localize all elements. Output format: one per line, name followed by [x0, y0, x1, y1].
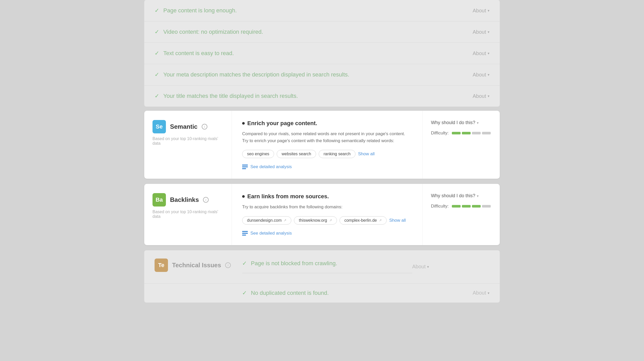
check-row-title-match: ✓ Your title matches the title displayed…	[144, 85, 500, 107]
semantic-difficulty-label: Difficulty:	[431, 131, 449, 136]
technical-left: Te Technical Issues i	[155, 259, 242, 275]
semantic-description: Compared to your rivals, some related wo…	[242, 130, 412, 144]
semantic-card-subtitle: Based on your top 10-ranking rivals' dat…	[152, 136, 223, 146]
semantic-card-title: Semantic	[170, 123, 198, 130]
backlinks-table-icon	[242, 231, 248, 236]
check-text-video-content: Video content: no optimization required.	[163, 29, 263, 35]
backlinks-diff-bar-3	[482, 205, 491, 208]
chevron-icon-0: ▾	[488, 8, 489, 13]
technical-icon-badge: Te	[155, 259, 168, 272]
chevron-icon-2: ▾	[488, 51, 489, 55]
chevron-icon-3: ▾	[488, 73, 489, 77]
semantic-difficulty-row: Difficulty:	[431, 131, 492, 136]
technical-check-text-1: No duplicated content is found.	[251, 290, 329, 296]
about-link-video-content[interactable]: About ▾	[473, 29, 489, 35]
semantic-main-heading: Enrich your page content.	[242, 120, 412, 127]
about-link-text-content[interactable]: About ▾	[473, 50, 489, 56]
backlinks-tag-0[interactable]: dunsendesign.com ↗	[242, 216, 291, 225]
semantic-card-center: Enrich your page content. Compared to yo…	[232, 111, 422, 179]
check-text-title-match: Your title matches the title displayed i…	[163, 93, 298, 99]
backlinks-card-center: Earn links from more sources. Try to acq…	[232, 184, 422, 245]
check-icon-page-content: ✓	[155, 7, 159, 14]
backlinks-bullet-dot	[242, 195, 245, 198]
semantic-table-icon	[242, 165, 248, 169]
semantic-info-icon[interactable]: i	[202, 124, 207, 130]
about-link-page-content[interactable]: About ▾	[473, 8, 489, 14]
technical-check-icon-1: ✓	[242, 290, 247, 296]
technical-header-row: Te Technical Issues i ✓ Page is not bloc…	[144, 250, 500, 283]
backlinks-icon-badge: Ba	[152, 193, 166, 207]
backlinks-detailed-analysis-link[interactable]: See detailed analysis	[242, 231, 412, 236]
technical-center: ✓ Page is not blocked from crawling.	[242, 260, 412, 273]
technical-row-0: ✓ Page is not blocked from crawling.	[242, 260, 412, 273]
about-link-meta-desc[interactable]: About ▾	[473, 72, 489, 78]
backlinks-difficulty-label: Difficulty:	[431, 204, 449, 209]
backlinks-difficulty-row: Difficulty:	[431, 204, 492, 209]
technical-section: Te Technical Issues i ✓ Page is not bloc…	[144, 250, 500, 303]
backlinks-show-all-link[interactable]: Show all	[389, 218, 406, 223]
check-text-meta-desc: Your meta description matches the descri…	[163, 71, 349, 78]
backlinks-ext-icon-0: ↗	[284, 218, 286, 222]
backlinks-why-link[interactable]: Why should I do this? ▾	[431, 193, 492, 199]
semantic-diff-bar-0	[452, 132, 461, 134]
semantic-tags-row: seo engines websites search ranking sear…	[242, 150, 412, 158]
backlinks-card-subtitle: Based on your top 10-ranking rivals' dat…	[152, 210, 223, 219]
backlinks-diff-bar-2	[472, 205, 481, 208]
semantic-why-link[interactable]: Why should I do this? ▾	[431, 120, 492, 125]
technical-right: About ▾	[412, 264, 489, 270]
check-row-meta-desc: ✓ Your meta description matches the desc…	[144, 64, 500, 85]
check-icon-text-content: ✓	[155, 50, 159, 57]
faded-rows-section: ✓ Page content is long enough. About ▾ ✓…	[144, 0, 500, 107]
backlinks-card-left: Ba Backlinks i Based on your top 10-rank…	[144, 184, 232, 245]
technical-card-title: Technical Issues	[172, 262, 221, 269]
semantic-tag-0: seo engines	[242, 150, 274, 158]
check-text-text-content: Text content is easy to read.	[163, 50, 234, 57]
check-icon-title-match: ✓	[155, 93, 159, 99]
check-icon-meta-desc: ✓	[155, 71, 159, 78]
semantic-detailed-analysis-link[interactable]: See detailed analysis	[242, 164, 412, 169]
backlinks-ext-icon-2: ↗	[379, 218, 382, 222]
technical-about-link-0[interactable]: About ▾	[412, 264, 489, 270]
semantic-diff-bar-2	[472, 132, 481, 134]
semantic-diff-bar-3	[482, 132, 491, 134]
technical-info-icon[interactable]: i	[225, 262, 231, 268]
technical-about-link-1[interactable]: About ▾	[473, 290, 489, 296]
semantic-card: Se Semantic i Based on your top 10-ranki…	[144, 111, 500, 179]
backlinks-tags-row: dunsendesign.com ↗ thisweknow.org ↗ comp…	[242, 216, 412, 225]
backlinks-diff-bar-1	[462, 205, 471, 208]
backlinks-tag-1[interactable]: thisweknow.org ↗	[294, 216, 337, 225]
backlinks-card: Ba Backlinks i Based on your top 10-rank…	[144, 184, 500, 245]
check-icon-video-content: ✓	[155, 29, 159, 35]
backlinks-why-chevron: ▾	[477, 194, 479, 198]
semantic-tag-1: websites search	[277, 150, 316, 158]
semantic-icon-badge: Se	[152, 120, 166, 133]
technical-chevron-0: ▾	[427, 265, 429, 269]
backlinks-description: Try to acquire backlinks from the follow…	[242, 203, 412, 210]
chevron-icon-1: ▾	[488, 30, 489, 34]
technical-check-text-0: Page is not blocked from crawling.	[251, 260, 337, 267]
semantic-show-all-link[interactable]: Show all	[358, 151, 375, 157]
backlinks-diff-bar-0	[452, 205, 461, 208]
technical-row-1: ✓ No duplicated content is found. About …	[144, 283, 500, 303]
check-row-video-content: ✓ Video content: no optimization require…	[144, 21, 500, 43]
check-row-text-content: ✓ Text content is easy to read. About ▾	[144, 43, 500, 64]
about-link-title-match[interactable]: About ▾	[473, 93, 489, 99]
semantic-bullet-dot	[242, 122, 245, 125]
backlinks-difficulty-bars	[452, 205, 491, 208]
semantic-tag-2: ranking search	[319, 150, 355, 158]
technical-check-icon-0: ✓	[242, 260, 247, 267]
backlinks-card-right: Why should I do this? ▾ Difficulty:	[422, 184, 500, 245]
semantic-card-right: Why should I do this? ▾ Difficulty:	[422, 111, 500, 179]
check-text-page-content: Page content is long enough.	[163, 7, 237, 14]
backlinks-main-heading: Earn links from more sources.	[242, 193, 412, 200]
backlinks-card-title: Backlinks	[170, 196, 199, 203]
technical-chevron-1: ▾	[488, 291, 489, 295]
semantic-diff-bar-1	[462, 132, 471, 134]
backlinks-ext-icon-1: ↗	[329, 218, 332, 222]
chevron-icon-4: ▾	[488, 94, 489, 98]
semantic-difficulty-bars	[452, 132, 491, 134]
backlinks-info-icon[interactable]: i	[203, 197, 209, 203]
check-row-page-content: ✓ Page content is long enough. About ▾	[144, 0, 500, 21]
semantic-card-left: Se Semantic i Based on your top 10-ranki…	[144, 111, 232, 179]
backlinks-tag-2[interactable]: complex-berlin.de ↗	[340, 216, 387, 225]
